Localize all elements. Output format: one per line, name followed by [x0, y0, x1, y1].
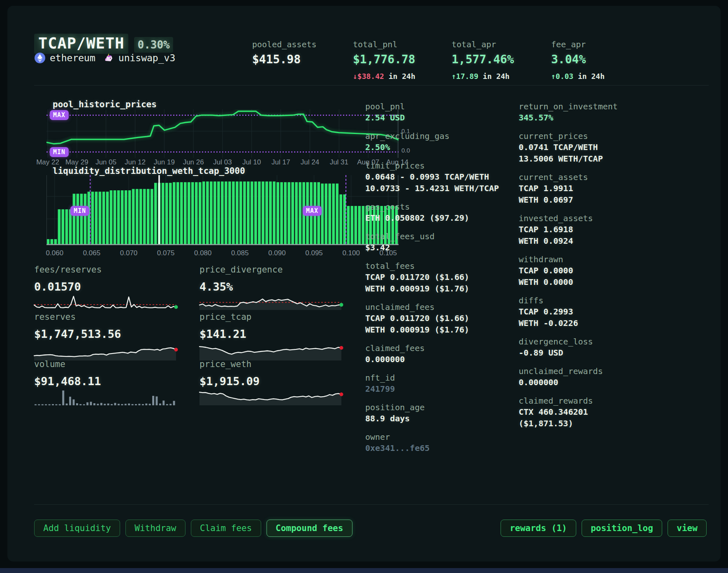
action-buttons-right: rewards (1)position_logview — [493, 520, 707, 537]
delta-suffix: in 24h — [478, 72, 510, 81]
sparkcard-chart — [199, 390, 341, 405]
pool-x-tick: Jul 31 — [330, 158, 348, 166]
kv-value: 0.0741 TCAP/WETH — [519, 141, 708, 153]
stat-value: 1,577.46% — [452, 53, 514, 66]
sparkcard-label: price_divergence — [199, 265, 283, 275]
stat-label: total_apr — [452, 39, 514, 49]
kv-gas_costs: gas_costsETH 0.050802 ($97.29) — [365, 201, 517, 224]
kv-value: WETH 0.0697 — [519, 194, 708, 206]
kv-value: 13.5006 WETH/TCAP — [519, 153, 708, 164]
stat-delta: ↑17.89 in 24h — [452, 72, 514, 81]
kv-label: gas_costs — [365, 201, 517, 212]
liq-x-tick: 0.080 — [194, 249, 212, 257]
kv-value: 2.54 USD — [365, 112, 517, 123]
kv-label: nft_id — [365, 372, 517, 383]
stat-value: 3.04% — [551, 53, 605, 66]
uniswap-unicorn-icon — [104, 53, 114, 63]
pool-x-tick: Jul 24 — [301, 158, 319, 166]
kv-value: TCAP 1.9911 — [519, 183, 708, 194]
kv-value: $3.42 — [365, 242, 517, 253]
kv-value: -0.89 USD — [519, 347, 708, 358]
stat-label: total_pnl — [353, 39, 415, 49]
kv-divergence_loss: divergence_loss-0.89 USD — [519, 336, 708, 358]
fee-tier-badge: 0.30% — [134, 37, 173, 53]
kv-value: TCAP 1.6918 — [519, 224, 708, 235]
pool-chart-svg — [46, 109, 399, 158]
kv-label: unclaimed_rewards — [519, 366, 708, 377]
button-withdraw[interactable]: Withdraw — [125, 520, 185, 537]
footer-divider — [34, 504, 709, 505]
sparkcard-price-tcap: price_tcap$141.21 — [199, 312, 341, 358]
sparkcard-reserves: reserves$1,747,513.56 — [34, 312, 176, 358]
kv-return_on_investment: return_on_investment345.57% — [519, 101, 708, 123]
kv-label: current_assets — [519, 172, 708, 183]
chain-label: ethereum — [50, 53, 95, 63]
sparkcard-value: $1,747,513.56 — [34, 328, 121, 340]
kv-label: limit_prices — [365, 160, 517, 171]
sparkcard-chart — [199, 342, 341, 360]
kv-value: 88.9 days — [365, 413, 517, 424]
middle-stats-column: pool_pnl2.54 USDapr_excluding_gas2.50%li… — [365, 101, 517, 461]
sparkcard-label: price_weth — [199, 359, 251, 369]
kv-label: diffs — [519, 295, 708, 306]
kv-position_age: position_age88.9 days — [365, 402, 517, 424]
chain-row: ethereum uniswap_v3 — [34, 52, 175, 64]
sparkcard-label: fees/reserves — [34, 265, 102, 275]
kv-value: 241799 — [365, 383, 517, 395]
kv-apr_excluding_gas: apr_excluding_gas2.50% — [365, 131, 517, 153]
kv-value: 345.57% — [519, 112, 708, 123]
sparkcard-value: $141.21 — [199, 328, 246, 340]
stat-delta: ↓$38.42 in 24h — [353, 72, 415, 81]
header-divider — [34, 85, 709, 85]
kv-diffs: diffsTCAP 0.2993WETH -0.0226 — [519, 295, 708, 329]
kv-owner: owner0xe341...fe65 — [365, 432, 517, 454]
kv-claimed_fees: claimed_fees0.000000 — [365, 343, 517, 365]
pool-x-tick: Jun 05 — [95, 158, 116, 166]
kv-nft_id: nft_id241799 — [365, 372, 517, 395]
kv-label: claimed_rewards — [519, 395, 708, 406]
pair-title: TCAP/WETH — [34, 34, 128, 54]
button-compound-fees[interactable]: Compound fees — [267, 520, 352, 537]
stat-label: pooled_assets — [252, 39, 317, 49]
button-view[interactable]: view — [668, 520, 707, 537]
pool-x-tick: Jul 03 — [213, 158, 232, 166]
kv-value: CTX 460.346201 — [519, 406, 708, 418]
kv-claimed_rewards: claimed_rewardsCTX 460.346201($1,871.53) — [519, 395, 708, 429]
kv-label: divergence_loss — [519, 336, 708, 347]
sparkcard-value: $91,468.11 — [34, 375, 101, 388]
pool-x-tick: Jun 12 — [125, 158, 146, 166]
sparkcard-value: 0.01570 — [34, 280, 81, 293]
kv-value: ($1,871.53) — [519, 418, 708, 429]
kv-label: position_age — [365, 402, 517, 413]
kv-value: 0xe341...fe65 — [365, 442, 517, 454]
pool-x-tick: Jun 19 — [154, 158, 175, 166]
button-claim-fees[interactable]: Claim fees — [191, 520, 261, 537]
sparkcard-value: $1,915.09 — [199, 375, 260, 388]
pool-x-tick: Jun 26 — [183, 158, 204, 166]
pool-x-tick: May 22 — [36, 158, 59, 166]
pool-max-badge: MAX — [50, 110, 69, 120]
kv-label: pool_pnl — [365, 101, 517, 112]
liq-max-badge: MAX — [303, 206, 322, 216]
kv-label: owner — [365, 432, 517, 442]
liq-x-tick: 0.085 — [231, 249, 249, 257]
pool-historic-prices-chart[interactable]: MAXMIN — [46, 109, 399, 158]
liquidity-chart-title: liquidity_distribution_weth_tcap_3000 — [53, 166, 245, 176]
sparkcard-price-weth: price_weth$1,915.09 — [199, 359, 341, 405]
sparkcard-chart — [34, 390, 176, 405]
stat-value: $1,776.78 — [353, 53, 415, 66]
stat-delta: ↑0.03 in 24h — [551, 72, 605, 81]
kv-current_prices: current_prices0.0741 TCAP/WETH13.5006 WE… — [519, 131, 708, 164]
button-rewards-1-[interactable]: rewards (1) — [501, 520, 576, 537]
kv-value: 10.0733 - 15.4231 WETH/TCAP — [365, 183, 517, 194]
kv-current_assets: current_assetsTCAP 1.9911WETH 0.0697 — [519, 172, 708, 206]
pool-min-badge: MIN — [50, 147, 69, 157]
button-add-liquidity[interactable]: Add liquidity — [34, 520, 120, 537]
pool-x-tick: Jul 17 — [271, 158, 290, 166]
liquidity-distribution-chart[interactable]: MINMAX — [46, 175, 399, 246]
liq-x-tick: 0.075 — [157, 249, 175, 257]
kv-value: 0.000000 — [365, 354, 517, 365]
kv-value: TCAP 0.0000 — [519, 265, 708, 276]
liq-x-tick: 0.060 — [46, 249, 64, 257]
button-position-log[interactable]: position_log — [582, 520, 662, 537]
